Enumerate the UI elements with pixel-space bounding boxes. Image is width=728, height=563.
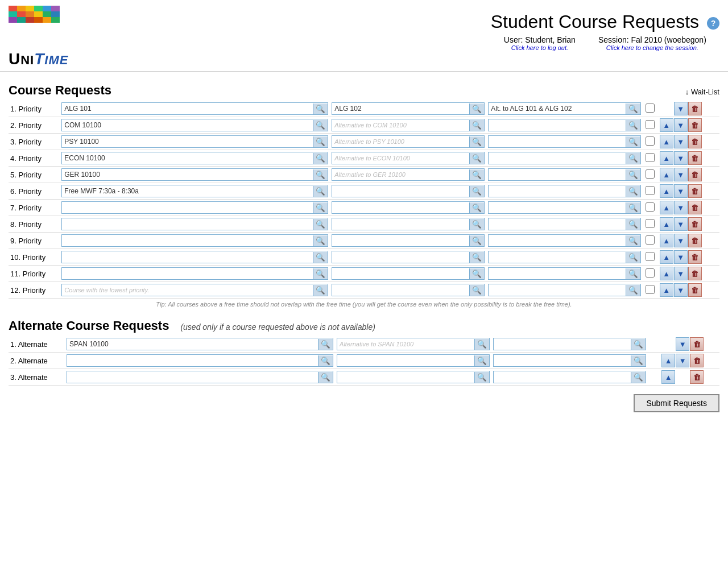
row2-alt1-search-btn[interactable]: 🔍 [469, 120, 484, 131]
row5-alt2-search-btn[interactable]: 🔍 [626, 169, 640, 180]
alt3-alt1-search-btn[interactable]: 🔍 [474, 372, 489, 383]
row9-delete-btn[interactable]: 🗑 [688, 234, 702, 247]
row3-up-btn[interactable]: ▲ [660, 135, 673, 148]
row2-alt1-input[interactable] [332, 119, 469, 131]
row12-main-input[interactable] [62, 284, 313, 296]
row2-alt2-search-btn[interactable]: 🔍 [626, 120, 640, 131]
row7-alt1-input[interactable] [332, 202, 469, 213]
row7-main-input[interactable] [62, 202, 313, 213]
alt2-alt1-input[interactable] [337, 355, 474, 366]
row8-alt1-search-btn[interactable]: 🔍 [469, 219, 484, 230]
row11-alt2-input[interactable] [489, 268, 626, 279]
row9-alt1-input[interactable] [332, 235, 469, 246]
row8-main-search-btn[interactable]: 🔍 [313, 219, 328, 230]
row1-alt1-search-btn[interactable]: 🔍 [469, 104, 484, 114]
row6-main-input[interactable] [62, 185, 313, 197]
row2-alt2-input[interactable] [489, 119, 626, 131]
row6-main-search-btn[interactable]: 🔍 [313, 186, 328, 197]
row3-main-search-btn[interactable]: 🔍 [313, 136, 328, 147]
alt3-up-btn[interactable]: ▲ [661, 370, 675, 384]
row3-alt1-input[interactable] [332, 136, 469, 147]
row12-alt2-input[interactable] [489, 284, 626, 296]
row4-delete-btn[interactable]: 🗑 [688, 151, 702, 165]
alt2-alt2-search-btn[interactable]: 🔍 [631, 355, 646, 366]
alt2-up-btn[interactable]: ▲ [661, 354, 675, 367]
row2-up-btn[interactable]: ▲ [660, 118, 673, 132]
row5-up-btn[interactable]: ▲ [660, 168, 673, 181]
row7-alt2-search-btn[interactable]: 🔍 [626, 202, 640, 213]
row10-up-btn[interactable]: ▲ [660, 250, 673, 264]
row2-main-search-btn[interactable]: 🔍 [313, 120, 328, 131]
row11-main-input[interactable] [62, 268, 313, 279]
row9-waitlist-checkbox[interactable] [646, 235, 655, 245]
row11-alt1-search-btn[interactable]: 🔍 [469, 268, 484, 279]
row8-down-btn[interactable]: ▼ [674, 217, 688, 231]
row10-waitlist-checkbox[interactable] [646, 252, 655, 261]
row8-alt2-input[interactable] [489, 218, 626, 230]
alt3-main-input[interactable] [67, 371, 318, 383]
row2-main-input[interactable] [62, 119, 313, 131]
row2-waitlist-checkbox[interactable] [646, 120, 655, 129]
alt2-alt1-search-btn[interactable]: 🔍 [474, 355, 489, 366]
submit-button[interactable]: Submit Requests [634, 394, 719, 412]
row1-alt2-input[interactable] [489, 103, 626, 114]
alt3-delete-btn[interactable]: 🗑 [690, 370, 704, 384]
row5-down-btn[interactable]: ▼ [674, 168, 688, 181]
row11-down-btn[interactable]: ▼ [674, 267, 688, 280]
row11-alt1-input[interactable] [332, 268, 469, 279]
row6-alt1-input[interactable] [332, 185, 469, 197]
row5-alt1-search-btn[interactable]: 🔍 [469, 169, 484, 180]
row2-down-btn[interactable]: ▼ [674, 118, 688, 132]
change-session-link[interactable]: Click here to change the session. [598, 44, 706, 51]
row9-alt1-search-btn[interactable]: 🔍 [469, 235, 484, 246]
row9-up-btn[interactable]: ▲ [660, 234, 673, 247]
alt3-main-search-btn[interactable]: 🔍 [318, 372, 333, 383]
row2-delete-btn[interactable]: 🗑 [688, 118, 702, 132]
alt2-delete-btn[interactable]: 🗑 [690, 354, 704, 367]
row1-alt1-input[interactable] [332, 103, 469, 114]
row10-down-btn[interactable]: ▼ [674, 250, 688, 264]
row8-delete-btn[interactable]: 🗑 [688, 217, 702, 231]
row6-alt2-input[interactable] [489, 185, 626, 197]
alt1-alt2-search-btn[interactable]: 🔍 [631, 339, 646, 350]
row3-main-input[interactable] [62, 136, 313, 147]
row9-alt2-search-btn[interactable]: 🔍 [626, 235, 640, 246]
row1-down-btn[interactable]: ▼ [674, 102, 688, 115]
row7-down-btn[interactable]: ▼ [674, 201, 688, 214]
row4-main-input[interactable] [62, 152, 313, 164]
row6-down-btn[interactable]: ▼ [674, 184, 688, 198]
row3-down-btn[interactable]: ▼ [674, 135, 688, 148]
row12-up-btn[interactable]: ▲ [660, 283, 673, 297]
row10-delete-btn[interactable]: 🗑 [688, 250, 702, 264]
row12-delete-btn[interactable]: 🗑 [688, 283, 702, 297]
alt1-alt1-search-btn[interactable]: 🔍 [474, 339, 489, 350]
row4-down-btn[interactable]: ▼ [674, 151, 688, 165]
row11-alt2-search-btn[interactable]: 🔍 [626, 268, 640, 279]
row11-waitlist-checkbox[interactable] [646, 268, 655, 278]
row8-alt1-input[interactable] [332, 218, 469, 230]
row7-alt2-input[interactable] [489, 202, 626, 213]
help-icon[interactable]: ? [707, 17, 719, 30]
row9-main-input[interactable] [62, 235, 313, 246]
row6-delete-btn[interactable]: 🗑 [688, 184, 702, 198]
row3-alt2-input[interactable] [489, 136, 626, 147]
alt1-alt1-input[interactable] [337, 338, 474, 350]
row7-up-btn[interactable]: ▲ [660, 201, 673, 214]
row4-main-search-btn[interactable]: 🔍 [313, 153, 328, 164]
row9-alt2-input[interactable] [489, 235, 626, 246]
alt2-down-btn[interactable]: ▼ [676, 354, 689, 367]
row1-main-input[interactable] [62, 103, 313, 114]
row8-waitlist-checkbox[interactable] [646, 219, 655, 228]
alt3-alt1-input[interactable] [337, 371, 474, 383]
alt1-main-input[interactable] [67, 338, 318, 350]
row4-waitlist-checkbox[interactable] [646, 153, 655, 162]
row6-up-btn[interactable]: ▲ [660, 184, 673, 198]
row7-main-search-btn[interactable]: 🔍 [313, 202, 328, 213]
row4-alt2-search-btn[interactable]: 🔍 [626, 153, 640, 164]
row12-alt2-search-btn[interactable]: 🔍 [626, 285, 640, 296]
row4-alt2-input[interactable] [489, 152, 626, 164]
row6-alt2-search-btn[interactable]: 🔍 [626, 186, 640, 197]
row11-delete-btn[interactable]: 🗑 [688, 267, 702, 280]
row4-up-btn[interactable]: ▲ [660, 151, 673, 165]
row6-alt1-search-btn[interactable]: 🔍 [469, 186, 484, 197]
